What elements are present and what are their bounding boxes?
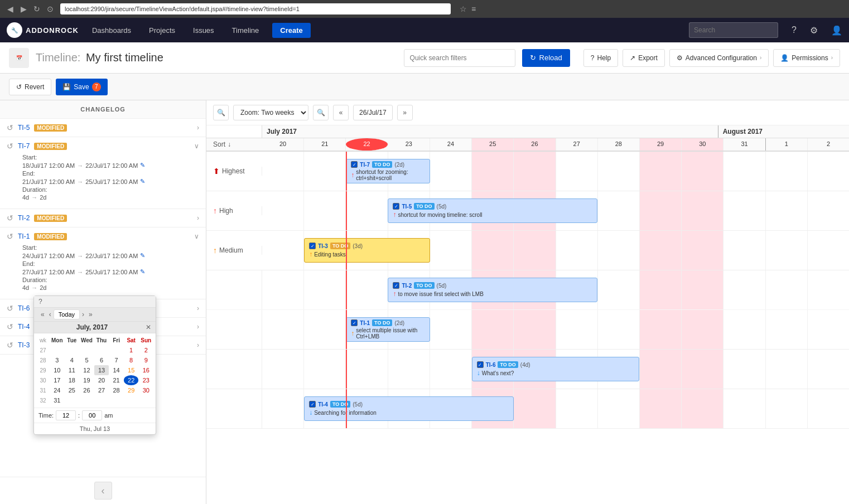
reload-button[interactable]: ↻ Reload [522,49,570,67]
cal-day-cell[interactable] [79,348,94,352]
sort-header[interactable]: Sort ↓ [206,138,262,151]
cal-day-cell[interactable]: 1 [124,345,139,355]
cal-day-cell[interactable]: 30 [138,385,153,395]
collapse-icon[interactable]: ∨ [194,142,199,150]
item-id-ti2[interactable]: TI-2 [18,214,30,222]
cal-day-13[interactable]: 13 [94,365,109,375]
cal-day-cell[interactable]: 3 [50,355,65,365]
nav-timeline[interactable]: Timeline [228,24,264,37]
time-hour-input[interactable] [56,410,76,420]
cal-next-year[interactable]: » [86,309,95,319]
expand-icon[interactable]: › [197,124,199,132]
refresh-button[interactable]: ↻ [31,4,42,13]
settings-icon[interactable]: ⚙ [810,25,818,36]
event-ti7[interactable]: TI-7 TO DO (2d) ↑ shortcut for zooming: … [346,159,430,183]
home-button[interactable]: ⊙ [45,4,56,13]
save-button[interactable]: 💾 Save 7 [56,79,107,95]
back-button[interactable]: ◀ [4,4,16,13]
expand-icon[interactable]: › [197,341,199,349]
event-ti1[interactable]: TI-1 TO DO (2d) ↑ select multiple issue … [346,317,430,342]
advanced-config-button[interactable]: ⚙ Advanced Configuration › [669,49,769,67]
cal-day-cell[interactable] [65,348,80,352]
event-ti6[interactable]: TI-6 TO DO (4d) ↓ What's next? [472,357,640,381]
zoom-select[interactable]: Zoom: Two weeks Zoom: One week Zoom: One… [233,105,308,120]
cal-prev-month[interactable]: ‹ [47,309,54,319]
cal-day-cell[interactable]: 11 [65,365,80,375]
cal-day-cell[interactable]: 21 [109,375,124,385]
cal-day-cell[interactable]: 19 [79,375,94,385]
cal-day-cell[interactable] [65,399,80,402]
cal-day-cell[interactable]: 20 [94,375,109,385]
undo-icon[interactable]: ↺ [7,232,13,241]
item-id-ti4[interactable]: TI-4 [18,323,30,331]
cal-day-cell[interactable] [109,399,124,402]
cal-day-cell[interactable]: 6 [94,355,109,365]
collapse-icon[interactable]: ∨ [194,232,199,240]
timeline-next-button[interactable]: » [397,105,413,120]
cal-prev-year[interactable]: « [38,309,47,319]
undo-icon[interactable]: ↺ [7,142,13,151]
cal-day-cell[interactable]: 7 [109,355,124,365]
undo-icon[interactable]: ↺ [7,123,13,132]
edit-icon[interactable]: ✎ [140,178,145,185]
edit-icon[interactable]: ✎ [140,162,145,169]
collapse-btn-inner[interactable]: ‹ [94,482,112,500]
cal-day-cell[interactable]: 28 [109,385,124,395]
cal-day-cell[interactable]: 9 [138,355,153,365]
create-button[interactable]: Create [272,23,310,38]
expand-icon[interactable]: › [197,304,199,312]
quick-search-input[interactable] [404,49,515,67]
user-avatar[interactable]: 👤 [831,25,842,36]
cal-day-cell[interactable]: 24 [50,385,65,395]
timeline-search-button[interactable]: 🔍 [213,105,229,120]
export-button[interactable]: ↗ Export [623,49,665,67]
item-id-ti7[interactable]: TI-7 [18,142,30,150]
cal-day-cell[interactable]: 10 [50,365,65,375]
cal-day-cell[interactable] [124,399,139,402]
nav-search-input[interactable] [689,22,778,38]
nav-projects[interactable]: Projects [144,24,180,37]
cal-day-cell[interactable]: 15 [124,365,139,375]
revert-button[interactable]: ↺ Revert [9,79,51,95]
cal-day-cell[interactable]: 18 [65,375,80,385]
cal-day-cell[interactable]: 5 [79,355,94,365]
time-min-input[interactable] [82,410,102,420]
forward-button[interactable]: ▶ [18,4,29,13]
event-ti5[interactable]: TI-5 TO DO (5d) ↑ shortcut for moving ti… [388,198,597,223]
cal-day-cell[interactable]: 17 [50,375,65,385]
cal-day-cell[interactable]: 26 [79,385,94,395]
cal-day-cell[interactable]: 31 [50,395,65,405]
address-bar[interactable]: localhost:2990/jira/secure/TimelineViewA… [60,3,451,14]
item-id-ti1[interactable]: TI-1 [18,232,30,240]
nav-dashboards[interactable]: Dashboards [88,24,136,37]
cal-day-cell[interactable] [50,348,65,352]
event-ti4[interactable]: TI-4 TO DO (5d) ↓ Searching for informat… [304,396,514,421]
cal-next-month[interactable]: › [80,309,86,319]
item-id-ti5[interactable]: TI-5 [18,124,30,132]
expand-icon[interactable]: › [197,323,199,331]
timeline-filter-button[interactable]: 🔍 [313,105,329,120]
cal-day-cell[interactable] [138,399,153,402]
calendar-close[interactable]: ✕ [146,323,151,331]
event-ti2[interactable]: TI-2 TO DO (5d) ↑ to move issue first se… [388,278,597,302]
cal-day-cell[interactable]: 23 [138,375,153,385]
menu-icon[interactable]: ≡ [471,4,476,13]
cal-day-cell[interactable]: 12 [79,365,94,375]
item-id-ti3[interactable]: TI-3 [18,341,30,349]
undo-icon[interactable]: ↺ [7,322,13,331]
permissions-button[interactable]: 👤 Permissions › [773,49,840,67]
cal-day-cell[interactable]: 14 [109,365,124,375]
edit-icon[interactable]: ✎ [140,268,145,275]
help-button[interactable]: ? Help [583,49,618,67]
cal-day-cell[interactable]: 25 [65,385,80,395]
cal-day-cell[interactable]: 29 [124,385,139,395]
cal-day-cell[interactable] [109,348,124,352]
cal-day-cell[interactable]: 16 [138,365,153,375]
undo-icon[interactable]: ↺ [7,214,13,222]
today-button[interactable]: Today [54,309,80,319]
undo-icon[interactable]: ↺ [7,304,13,313]
cal-day-cell[interactable]: 2 [138,345,153,355]
cal-day-cell[interactable] [79,399,94,402]
cal-day-cell[interactable]: 4 [65,355,80,365]
cal-day-cell[interactable] [94,348,109,352]
